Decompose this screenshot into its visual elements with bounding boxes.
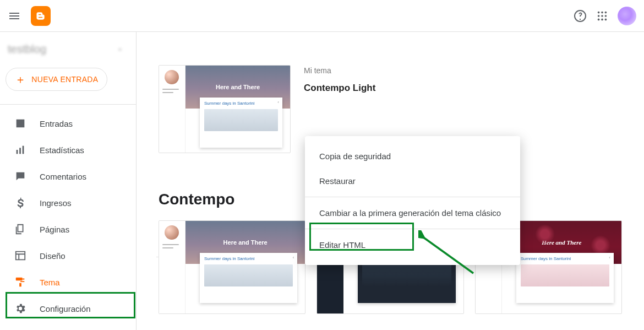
current-theme-name: Contempo Light (304, 83, 375, 94)
comment-icon (14, 170, 26, 182)
blog-selector[interactable]: testblog (8, 43, 129, 56)
theme-options-menu: Copia de seguridad Restaurar Cambiar a l… (305, 136, 520, 265)
menu-item-backup[interactable]: Copia de seguridad (305, 144, 520, 169)
sidebar-item-label: Comentarios (40, 172, 86, 181)
svg-point-1 (598, 11, 600, 13)
gear-icon (14, 302, 26, 315)
hamburger-menu-icon[interactable] (8, 9, 21, 23)
sidebar-item-label: Tema (40, 278, 60, 287)
svg-point-3 (605, 11, 607, 13)
blog-name: testblog (8, 43, 46, 56)
paint-roller-icon (14, 276, 26, 288)
svg-rect-12 (23, 146, 24, 154)
svg-point-5 (601, 15, 603, 17)
sidebar-item-comments[interactable]: Comentarios (0, 163, 136, 190)
sidebar-item-settings[interactable]: Configuración (0, 295, 136, 322)
blogger-logo[interactable] (31, 6, 51, 26)
menu-item-restore[interactable]: Restaurar (305, 169, 520, 193)
new-post-button[interactable]: ＋ NUEVA ENTRADA (6, 68, 107, 91)
apps-grid-icon[interactable] (596, 9, 609, 23)
sidebar-item-theme[interactable]: Tema (0, 269, 136, 295)
sidebar-item-label: Diseño (40, 251, 66, 261)
menu-divider (305, 229, 520, 229)
my-theme-label: Mi tema (304, 66, 375, 75)
svg-point-6 (605, 15, 607, 17)
plus-icon: ＋ (15, 74, 26, 85)
post-icon (14, 117, 26, 129)
svg-point-2 (601, 11, 603, 13)
sidebar-item-label: Configuración (40, 304, 91, 313)
svg-rect-10 (17, 150, 18, 154)
sidebar-item-label: Estadísticas (40, 145, 84, 155)
chevron-down-icon (117, 46, 123, 53)
svg-rect-13 (16, 278, 23, 281)
sidebar-item-pages[interactable]: Páginas (0, 216, 136, 242)
sidebar-item-label: Entradas (40, 119, 73, 128)
svg-point-4 (598, 15, 600, 17)
menu-divider (305, 197, 520, 197)
stats-icon (14, 144, 26, 156)
account-avatar[interactable] (618, 7, 636, 25)
menu-item-edit-html[interactable]: Editar HTML (305, 232, 520, 257)
top-bar (0, 0, 644, 32)
layout-icon (14, 250, 26, 262)
svg-point-9 (605, 18, 607, 20)
svg-rect-11 (19, 148, 21, 154)
preview-post-title: Summer days in Santorini (204, 101, 278, 106)
theme-card[interactable]: Here and There ‹Summer days in Santorini (159, 220, 305, 314)
sidebar: testblog ＋ NUEVA ENTRADA Entradas Estadí… (0, 32, 137, 330)
sidebar-item-posts[interactable]: Entradas (0, 110, 136, 137)
sidebar-item-label: Ingresos (40, 198, 72, 208)
pages-icon (14, 223, 26, 235)
sidebar-item-layout[interactable]: Diseño (0, 242, 136, 269)
divider (0, 104, 136, 105)
theme-preview[interactable]: Here and There ‹Summer days in Santorini (159, 65, 291, 153)
new-post-label: NUEVA ENTRADA (31, 75, 98, 84)
main-content: Here and There ‹Summer days in Santorini… (137, 32, 644, 330)
dollar-icon (14, 197, 26, 209)
svg-point-7 (598, 18, 600, 20)
help-icon[interactable] (574, 9, 587, 23)
menu-item-switch-classic[interactable]: Cambiar a la primera generación del tema… (305, 201, 520, 225)
sidebar-item-stats[interactable]: Estadísticas (0, 137, 136, 163)
sidebar-item-label: Páginas (40, 225, 69, 234)
sidebar-item-earnings[interactable]: Ingresos (0, 190, 136, 216)
svg-point-8 (601, 18, 603, 20)
